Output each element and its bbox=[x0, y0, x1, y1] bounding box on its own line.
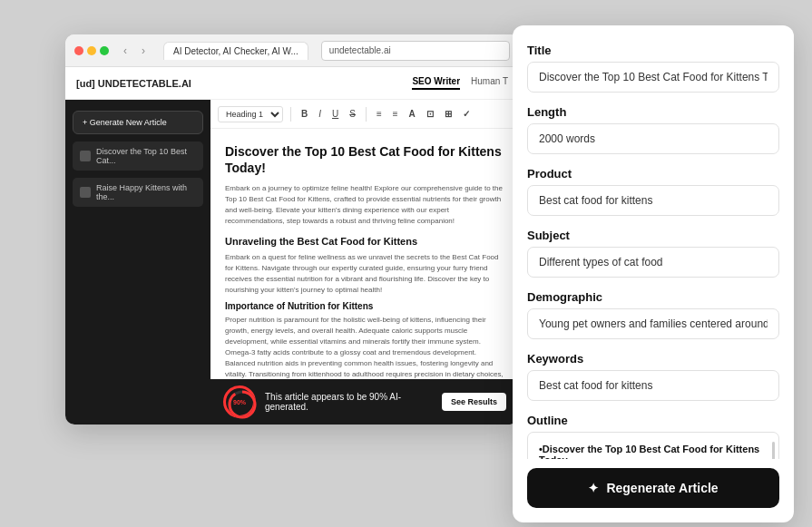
color-btn[interactable]: A bbox=[406, 107, 418, 121]
panel-scroll-area[interactable]: Title Length Product Subject Demographic bbox=[513, 25, 794, 459]
demographic-input[interactable] bbox=[527, 308, 779, 339]
outline-scrollbar bbox=[772, 442, 775, 459]
browser-toolbar: ‹ › AI Detector, AI Checker, AI W... und… bbox=[65, 34, 519, 67]
demographic-label: Demographic bbox=[527, 290, 779, 304]
strikethrough-btn[interactable]: S bbox=[347, 107, 358, 121]
close-dot[interactable] bbox=[74, 46, 83, 55]
keywords-field-group: Keywords bbox=[527, 352, 779, 401]
length-field-group: Length bbox=[527, 105, 779, 154]
tab-human[interactable]: Human T bbox=[471, 76, 508, 90]
align-btn[interactable]: ≡ bbox=[390, 107, 401, 121]
title-label: Title bbox=[527, 44, 779, 57]
outline-scroll-thumb bbox=[772, 442, 775, 459]
editor-content[interactable]: Discover the Top 10 Best Cat Food for Ki… bbox=[210, 129, 519, 379]
article-title: Discover the Top 10 Best Cat Food for Ki… bbox=[225, 143, 504, 176]
browser-window: ‹ › AI Detector, AI Checker, AI W... und… bbox=[65, 34, 519, 425]
editor-toolbar: Heading 1 B I U S ≡ ≡ A ⊡ ⊞ ✓ bbox=[210, 100, 519, 129]
italic-btn[interactable]: I bbox=[316, 107, 324, 121]
maximize-dot[interactable] bbox=[100, 46, 109, 55]
sidebar-item-1[interactable]: Discover the Top 10 Best Cat... bbox=[73, 142, 203, 171]
section2-heading: Importance of Nutrition for Kittens bbox=[225, 301, 504, 311]
subject-field-group: Subject bbox=[527, 229, 779, 278]
section1-heading: Unraveling the Best Cat Food for Kittens bbox=[225, 236, 504, 247]
browser-nav: ‹ › bbox=[118, 44, 151, 58]
see-results-btn[interactable]: See Results bbox=[442, 393, 506, 411]
ai-percent-text: 90% bbox=[233, 399, 246, 405]
section1-text: Embark on a quest for feline wellness as… bbox=[225, 252, 504, 296]
editor-area: Heading 1 B I U S ≡ ≡ A ⊡ ⊞ ✓ bbox=[210, 100, 519, 425]
image-btn[interactable]: ⊡ bbox=[424, 107, 436, 121]
ai-detection-bar: 90% This article appears to be 90% AI-ge… bbox=[210, 379, 519, 425]
keywords-label: Keywords bbox=[527, 352, 779, 366]
url-bar[interactable]: undetectable.ai bbox=[321, 41, 510, 61]
toolbar-divider bbox=[290, 107, 291, 122]
heading-select[interactable]: Heading 1 bbox=[218, 106, 283, 122]
subject-label: Subject bbox=[527, 229, 779, 242]
product-input[interactable] bbox=[527, 185, 779, 216]
subject-input[interactable] bbox=[527, 247, 779, 278]
doc-icon-2 bbox=[80, 187, 91, 198]
browser-tab[interactable]: AI Detector, AI Checker, AI W... bbox=[163, 42, 308, 60]
outline-item-1: •Discover the Top 10 Best Cat Food for K… bbox=[539, 442, 768, 459]
app-content: [ud] UNDETECTABLE.AI SEO Writer Human T … bbox=[65, 67, 519, 425]
generate-btn[interactable]: + Generate New Article bbox=[73, 111, 203, 134]
doc-icon-1 bbox=[80, 151, 91, 161]
toolbar-divider-2 bbox=[366, 107, 367, 122]
app-header: [ud] UNDETECTABLE.AI SEO Writer Human T bbox=[65, 67, 519, 100]
outline-field-group: Outline •Discover the Top 10 Best Cat Fo… bbox=[527, 414, 779, 459]
demographic-field-group: Demographic bbox=[527, 290, 779, 339]
link-btn[interactable]: ⊞ bbox=[442, 107, 455, 121]
section2-text: Proper nutrition is paramount for the ho… bbox=[225, 315, 504, 379]
product-field-group: Product bbox=[527, 167, 779, 216]
minimize-dot[interactable] bbox=[87, 46, 96, 55]
list-btn[interactable]: ≡ bbox=[374, 107, 385, 121]
ai-percentage-circle: 90% bbox=[223, 385, 256, 418]
product-label: Product bbox=[527, 167, 779, 181]
check-btn[interactable]: ✓ bbox=[460, 107, 473, 121]
outline-label: Outline bbox=[527, 414, 779, 427]
header-tabs: SEO Writer Human T bbox=[412, 76, 508, 90]
keywords-input[interactable] bbox=[527, 370, 779, 401]
length-input[interactable] bbox=[527, 123, 779, 154]
length-label: Length bbox=[527, 105, 779, 119]
sparkle-icon: ✦ bbox=[588, 481, 599, 495]
right-panel: Title Length Product Subject Demographic bbox=[513, 25, 794, 522]
sidebar-item-2[interactable]: Raise Happy Kittens with the... bbox=[73, 178, 203, 207]
window-controls bbox=[74, 46, 109, 55]
sidebar: + Generate New Article Discover the Top … bbox=[65, 100, 210, 425]
regenerate-btn[interactable]: ✦ Regenerate Article bbox=[527, 468, 779, 508]
tab-seo-writer[interactable]: SEO Writer bbox=[412, 76, 460, 90]
back-arrow[interactable]: ‹ bbox=[118, 44, 132, 58]
underline-btn[interactable]: U bbox=[329, 107, 341, 121]
article-intro: Embark on a journey to optimize feline h… bbox=[225, 183, 504, 227]
outline-box: •Discover the Top 10 Best Cat Food for K… bbox=[527, 432, 779, 459]
app-logo: [ud] UNDETECTABLE.AI bbox=[76, 78, 191, 89]
forward-arrow[interactable]: › bbox=[136, 44, 151, 58]
title-field-group: Title bbox=[527, 44, 779, 93]
title-input[interactable] bbox=[527, 62, 779, 93]
regenerate-label: Regenerate Article bbox=[606, 481, 718, 495]
bold-btn[interactable]: B bbox=[298, 107, 310, 121]
app-body: + Generate New Article Discover the Top … bbox=[65, 100, 519, 425]
ai-bar-text: This article appears to be 90% AI-genera… bbox=[265, 392, 433, 412]
